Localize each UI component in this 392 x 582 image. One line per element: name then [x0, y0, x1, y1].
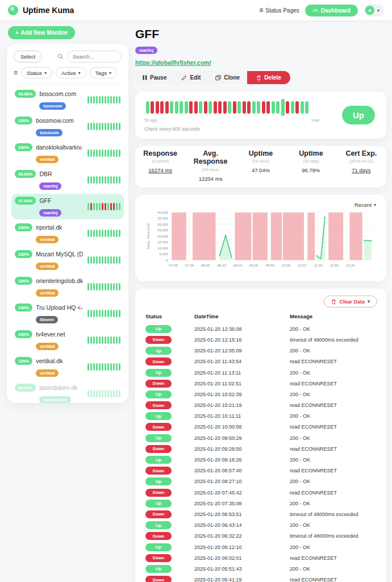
heartbeat-tick[interactable]	[105, 283, 107, 290]
heartbeat-tick[interactable]	[99, 336, 101, 344]
heartbeat-tick[interactable]	[96, 149, 98, 157]
heartbeat-tick[interactable]	[96, 96, 98, 103]
heartbeat-tick[interactable]	[93, 176, 95, 184]
heartbeat-tick[interactable]	[214, 101, 217, 114]
heartbeat-tick[interactable]	[93, 123, 95, 130]
heartbeat-tick[interactable]	[160, 101, 164, 114]
heartbeat-tick[interactable]	[266, 101, 270, 114]
heartbeat-tick[interactable]	[90, 176, 93, 184]
heartbeat-tick[interactable]	[102, 256, 104, 264]
heartbeat-tick[interactable]	[105, 230, 107, 237]
heartbeat-tick[interactable]	[119, 336, 121, 344]
heartbeat-tick[interactable]	[113, 310, 115, 317]
dashboard-button[interactable]: Dashboard	[305, 5, 358, 16]
heartbeat-tick[interactable]	[96, 256, 98, 264]
heartbeat-tick[interactable]	[185, 101, 188, 114]
heartbeat-tick[interactable]	[105, 390, 107, 397]
heartbeat-tick[interactable]	[276, 101, 280, 114]
filter-status[interactable]: Status▾	[21, 67, 52, 78]
heartbeat-tick[interactable]	[119, 283, 121, 290]
heartbeat-tick[interactable]	[247, 101, 251, 114]
heartbeat-tick[interactable]	[105, 256, 107, 264]
monitor-list-item[interactable]: 100%Mozart MySQL (Docker)vertikal	[11, 247, 124, 273]
heartbeat-tick[interactable]	[110, 310, 112, 317]
heartbeat-tick[interactable]	[90, 363, 93, 371]
heartbeat-tick[interactable]	[110, 230, 112, 237]
heartbeat-tick[interactable]	[90, 336, 93, 344]
monitor-list-item[interactable]: 100%vertikal.dkvertikal	[11, 354, 124, 380]
heartbeat-tick[interactable]	[105, 96, 107, 103]
monitor-list-item[interactable]: 47.04%GFFmartinj	[11, 194, 124, 219]
heartbeat-tick[interactable]	[90, 390, 93, 397]
heartbeat-tick[interactable]	[107, 256, 110, 264]
heartbeat-tick[interactable]	[107, 176, 110, 184]
heartbeat-tick[interactable]	[87, 230, 90, 237]
heartbeat-tick[interactable]	[119, 149, 121, 157]
heartbeat-tick[interactable]	[90, 96, 93, 103]
heartbeat-tick[interactable]	[189, 101, 193, 114]
heartbeat-tick[interactable]	[119, 176, 121, 184]
heartbeat-tick[interactable]	[90, 123, 93, 130]
heartbeat-tick[interactable]	[113, 203, 115, 210]
heartbeat-tick[interactable]	[93, 390, 95, 397]
heartbeat-tick[interactable]	[96, 336, 98, 344]
heartbeat-tick[interactable]	[102, 123, 104, 130]
heartbeat-tick[interactable]	[116, 96, 118, 103]
delete-button[interactable]: Delete	[247, 71, 290, 84]
heartbeat-tick[interactable]	[93, 149, 95, 157]
list-layout-icon[interactable]: ≡	[14, 69, 18, 77]
heartbeat-tick[interactable]	[96, 176, 98, 184]
heartbeat-tick[interactable]	[90, 230, 93, 237]
heartbeat-tick[interactable]	[99, 123, 101, 130]
heartbeat-tick[interactable]	[90, 283, 93, 290]
heartbeat-tick[interactable]	[113, 96, 115, 103]
heartbeat-tick[interactable]	[113, 123, 115, 130]
filter-tags[interactable]: Tags▾	[90, 67, 117, 78]
heartbeat-tick[interactable]	[119, 363, 121, 371]
heartbeat-tick[interactable]	[110, 176, 112, 184]
heartbeat-tick[interactable]	[119, 96, 121, 103]
heartbeat-tick[interactable]	[93, 203, 95, 210]
heartbeat-tick[interactable]	[87, 96, 90, 103]
heartbeat-tick[interactable]	[194, 101, 198, 114]
heartbeat-tick[interactable]	[102, 336, 104, 344]
heartbeat-tick[interactable]	[96, 283, 98, 290]
heartbeat-tick[interactable]	[93, 336, 95, 344]
heartbeat-tick[interactable]	[110, 363, 112, 371]
heartbeat-tick[interactable]	[116, 176, 118, 184]
heartbeat-tick[interactable]	[107, 283, 110, 290]
heartbeat-tick[interactable]	[102, 96, 104, 103]
heartbeat-tick[interactable]	[110, 336, 112, 344]
heartbeat-tick[interactable]	[243, 101, 246, 114]
search-input[interactable]	[67, 51, 122, 63]
heartbeat-tick[interactable]	[90, 310, 93, 317]
heartbeat-tick[interactable]	[228, 101, 231, 114]
heartbeat-tick[interactable]	[105, 336, 107, 344]
heartbeat-tick[interactable]	[116, 149, 118, 157]
heartbeat-bar[interactable]	[144, 98, 334, 117]
heartbeat-tick[interactable]	[107, 123, 110, 130]
heartbeat-tick[interactable]	[99, 310, 101, 317]
chart-range-select[interactable]: Recent ▾	[144, 202, 377, 209]
heartbeat-tick[interactable]	[113, 390, 115, 397]
heartbeat-tick[interactable]	[105, 149, 107, 157]
heartbeat-tick[interactable]	[116, 363, 118, 371]
heartbeat-tick[interactable]	[99, 176, 101, 184]
heartbeat-tick[interactable]	[110, 149, 112, 157]
heartbeat-tick[interactable]	[102, 363, 104, 371]
heartbeat-tick[interactable]	[90, 203, 93, 210]
heartbeat-tick[interactable]	[119, 390, 121, 397]
heartbeat-tick[interactable]	[257, 101, 260, 114]
pause-button[interactable]: Pause	[135, 71, 174, 84]
heartbeat-tick[interactable]	[301, 101, 304, 114]
stat-value[interactable]: 71 days	[339, 167, 384, 173]
heartbeat-tick[interactable]	[286, 101, 289, 114]
heartbeat-tick[interactable]	[295, 101, 299, 114]
heartbeat-tick[interactable]	[107, 310, 110, 317]
monitor-list-item[interactable]: 100%Tru Upload HQ <->DrupalSteven	[11, 301, 124, 326]
heartbeat-tick[interactable]	[110, 256, 112, 264]
heartbeat-tick[interactable]	[99, 203, 101, 210]
heartbeat-tick[interactable]	[102, 310, 104, 317]
heartbeat-tick[interactable]	[87, 363, 90, 371]
heartbeat-tick[interactable]	[107, 230, 110, 237]
